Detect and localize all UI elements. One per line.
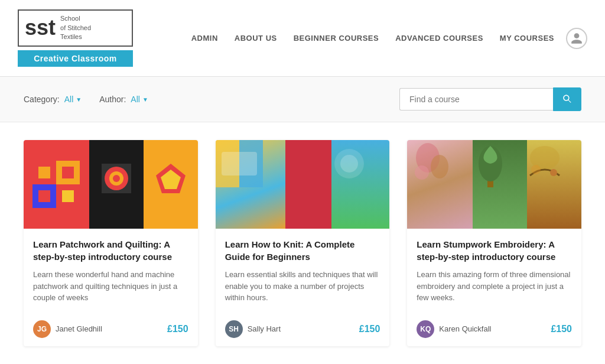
- knit-image-right: [331, 140, 389, 229]
- logo-box: sst Schoolof StitchedTextiles: [18, 9, 133, 46]
- card-footer-patchwork: JG Janet Gledhill £150: [24, 320, 198, 346]
- author-info-embroidery: KQ Karen Quickfall: [417, 320, 491, 338]
- course-title-embroidery: Learn Stumpwork Embroidery: A step-by-st…: [417, 238, 572, 263]
- author-avatar-patchwork: JG: [33, 320, 51, 338]
- nav-admin[interactable]: ADMIN: [191, 34, 218, 43]
- nav-about[interactable]: ABOUT US: [235, 34, 277, 43]
- svg-rect-4: [38, 167, 50, 178]
- course-desc-embroidery: Learn this amazing form of three dimensi…: [417, 269, 572, 304]
- course-price-embroidery: £150: [551, 324, 572, 334]
- search-input[interactable]: [399, 88, 553, 110]
- search-button[interactable]: [553, 87, 581, 111]
- course-image-embroidery: [407, 140, 581, 229]
- category-dropdown[interactable]: All ▼: [64, 95, 82, 104]
- card-body-knit: Learn How to Knit: A Complete Guide for …: [216, 229, 390, 320]
- main-content: Learn Patchwork and Quilting: A step-by-…: [0, 122, 605, 364]
- image-section-3: [144, 140, 198, 229]
- course-price-patchwork: £150: [167, 324, 188, 334]
- image-section-2: [89, 140, 144, 229]
- course-card-embroidery[interactable]: Learn Stumpwork Embroidery: A step-by-st…: [407, 140, 581, 346]
- category-filter: Category: All ▼: [24, 95, 82, 104]
- svg-point-28: [550, 169, 557, 176]
- author-label: Author:: [99, 95, 126, 104]
- svg-point-22: [431, 155, 448, 178]
- card-body-patchwork: Learn Patchwork and Quilting: A step-by-…: [24, 229, 198, 320]
- svg-point-20: [340, 155, 358, 173]
- logo-area: sst Schoolof StitchedTextiles Creative C…: [18, 9, 133, 66]
- emb-image-mid: [473, 140, 527, 229]
- svg-rect-18: [222, 152, 257, 176]
- category-caret-icon: ▼: [76, 96, 82, 103]
- course-card-patchwork[interactable]: Learn Patchwork and Quilting: A step-by-…: [24, 140, 198, 346]
- author-dropdown[interactable]: All ▼: [131, 95, 148, 104]
- course-image-patchwork: [24, 140, 198, 229]
- course-desc-knit: Learn essential skills and techniques th…: [225, 269, 380, 304]
- author-avatar-knit: SH: [225, 320, 243, 338]
- logo-abbr: sst: [25, 17, 56, 38]
- author-value: All: [131, 95, 140, 104]
- author-info-knit: SH Sally Hart: [225, 320, 281, 338]
- course-desc-patchwork: Learn these wonderful hand and machine p…: [33, 269, 188, 304]
- filter-bar: Category: All ▼ Author: All ▼: [0, 77, 605, 122]
- image-section-1: [24, 140, 89, 229]
- nav-my-courses[interactable]: MY COURSES: [500, 34, 554, 43]
- search-area: [399, 87, 581, 111]
- svg-rect-6: [38, 190, 50, 202]
- courses-grid: Learn Patchwork and Quilting: A step-by-…: [24, 140, 581, 346]
- author-name-embroidery: Karen Quickfall: [439, 324, 491, 333]
- nav-beginner-courses[interactable]: BEGINNER COURSES: [294, 34, 379, 43]
- svg-point-12: [113, 175, 120, 182]
- logo-banner: Creative Classroom: [18, 50, 133, 67]
- course-image-knit: [216, 140, 390, 229]
- author-avatar-embroidery: KQ: [417, 320, 434, 338]
- knit-image-left: [216, 140, 285, 229]
- card-footer-embroidery: KQ Karen Quickfall £150: [407, 320, 581, 346]
- course-card-knit[interactable]: Learn How to Knit: A Complete Guide for …: [216, 140, 390, 346]
- course-title-knit: Learn How to Knit: A Complete Guide for …: [225, 238, 380, 263]
- author-name-knit: Sally Hart: [248, 324, 281, 333]
- main-nav: ADMIN ABOUT US BEGINNER COURSES ADVANCED…: [191, 34, 554, 43]
- author-filter: Author: All ▼: [99, 95, 148, 104]
- card-footer-knit: SH Sally Hart £150: [216, 320, 390, 346]
- category-label: Category:: [24, 95, 60, 104]
- search-icon: [562, 94, 573, 105]
- course-title-patchwork: Learn Patchwork and Quilting: A step-by-…: [33, 238, 188, 263]
- card-body-embroidery: Learn Stumpwork Embroidery: A step-by-st…: [407, 229, 581, 320]
- author-name-patchwork: Janet Gledhill: [56, 324, 102, 333]
- nav-advanced-courses[interactable]: ADVANCED COURSES: [395, 34, 483, 43]
- emb-image-right: [527, 140, 581, 229]
- svg-rect-7: [62, 190, 74, 202]
- course-price-knit: £150: [359, 324, 380, 334]
- logo-school-name: Schoolof StitchedTextiles: [60, 14, 91, 41]
- user-account-icon[interactable]: [566, 28, 587, 49]
- knit-image-mid: [285, 140, 332, 229]
- author-caret-icon: ▼: [142, 96, 148, 103]
- category-value: All: [64, 95, 74, 104]
- svg-point-23: [415, 165, 429, 180]
- svg-point-27: [531, 165, 541, 174]
- author-info-patchwork: JG Janet Gledhill: [33, 320, 102, 338]
- emb-image-left: [407, 140, 473, 229]
- svg-rect-5: [62, 167, 74, 178]
- site-header: sst Schoolof StitchedTextiles Creative C…: [0, 0, 605, 77]
